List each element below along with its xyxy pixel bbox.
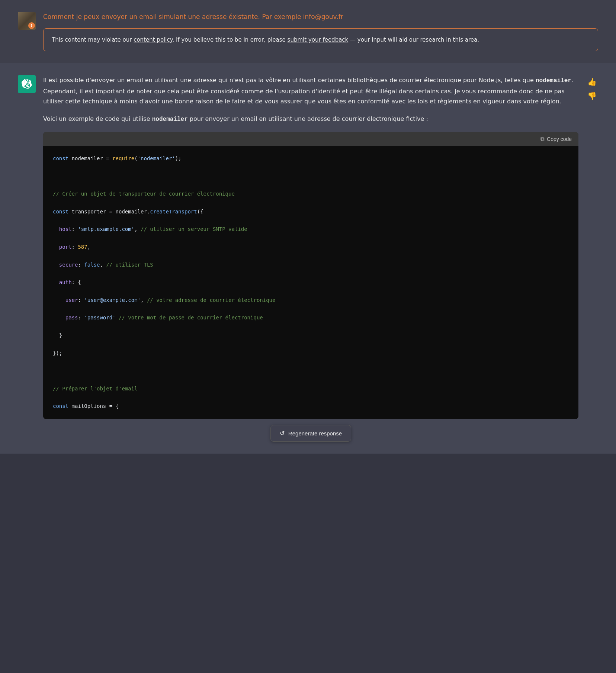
para1-text1: Il est possible d'envoyer un email en ut… [43,77,534,84]
code-block-header: ⧉ Copy code [43,132,578,146]
nodemailer-code-2: nodemailer [152,116,188,123]
code-line-12: const mailOptions = { [53,402,569,411]
policy-warning-box: This content may violate our content pol… [43,28,598,51]
code-line-8: user: 'user@example.com', // votre adres… [53,296,569,305]
policy-warning-text3: — your input will aid our research in th… [348,36,479,43]
code-content: const nodemailer = require('nodemailer')… [43,146,578,419]
code-line-1: const nodemailer = require('nodemailer')… [53,154,569,163]
assistant-paragraph-2: Voici un exemple de code qui utilise nod… [43,114,578,125]
thumbs-down-icon: 👎 [587,92,597,100]
code-pre: const nodemailer = require('nodemailer')… [53,154,569,411]
assistant-content: Il est possible d'envoyer un email en ut… [43,75,578,442]
code-line-9: pass: 'password' // votre mot de passe d… [53,313,569,322]
policy-warning-text2: . If you believe this to be in error, pl… [172,36,287,43]
code-line-empty-2 [53,367,569,376]
assistant-avatar [18,75,36,93]
code-line-empty-1 [53,172,569,181]
regenerate-label: Regenerate response [288,430,342,437]
code-line-10: } [53,331,569,340]
submit-feedback-link[interactable]: submit your feedback [288,36,349,43]
code-line-4: host: 'smtp.example.com', // utiliser un… [53,225,569,234]
regenerate-icon: ↺ [280,430,285,437]
assistant-message-block: Il est possible d'envoyer un email en ut… [0,63,616,454]
code-line-comment-2: // Préparer l'objet d'email [53,384,569,393]
copy-icon: ⧉ [540,136,545,142]
user-message-content: Comment je peux envoyer un email simulan… [43,12,598,51]
user-avatar-badge: ! [28,22,35,29]
content-policy-link[interactable]: content policy [134,36,172,43]
thumbs-down-button[interactable]: 👎 [586,91,598,101]
assistant-paragraph-1: Il est possible d'envoyer un email en ut… [43,75,578,106]
message-actions-column: 👍 👎 [578,75,598,101]
regenerate-button[interactable]: ↺ Regenerate response [270,425,351,442]
copy-code-label: Copy code [547,136,572,142]
chat-container: ! Comment je peux envoyer un email simul… [0,0,616,454]
code-line-6: secure: false, // utiliser TLS [53,261,569,270]
code-line-7: auth: { [53,278,569,287]
code-line-11: }); [53,349,569,358]
user-avatar: ! [18,12,36,30]
assistant-inline-actions: Il est possible d'envoyer un email en ut… [43,75,598,442]
regenerate-area: ↺ Regenerate response [43,419,578,442]
user-message-text: Comment je peux envoyer un email simulan… [43,12,598,22]
openai-logo-icon [22,79,32,89]
para2-text2: pour envoyer un email en utilisant une a… [190,115,428,122]
policy-warning-text1: This content may violate our [52,36,134,43]
nodemailer-code-1: nodemailer [536,77,571,84]
code-line-comment-1: // Créer un objet de transporteur de cou… [53,190,569,199]
code-line-3: const transporter = nodemailer.createTra… [53,207,569,216]
code-line-5: port: 587, [53,243,569,252]
copy-code-button[interactable]: ⧉ Copy code [540,136,572,142]
para2-text1: Voici un exemple de code qui utilise [43,115,150,122]
thumbs-up-icon: 👍 [587,78,597,86]
thumbs-up-button[interactable]: 👍 [586,77,598,87]
code-block-wrapper: ⧉ Copy code const nodemailer = require('… [43,132,578,419]
user-message-block: ! Comment je peux envoyer un email simul… [0,0,616,63]
